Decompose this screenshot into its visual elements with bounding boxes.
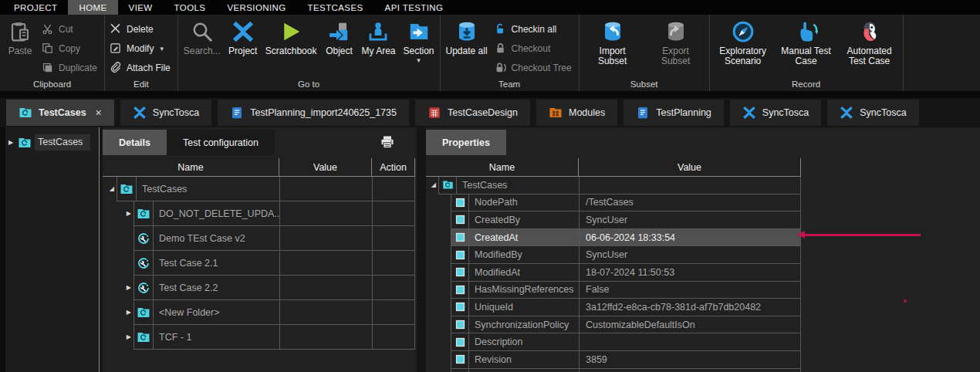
checkout-tree-button[interactable]: Checkout Tree: [492, 58, 576, 77]
property-name: TestCases: [457, 177, 579, 194]
group-label-subset: Subset: [582, 79, 707, 91]
section-button[interactable]: Section▾: [400, 16, 437, 63]
tree-row-do-not-delete-upda[interactable]: ▶DO_NOT_DELETE_UPDA...: [103, 201, 415, 226]
menu-item-view[interactable]: VIEW: [118, 0, 164, 15]
copy-button[interactable]: Copy: [39, 39, 102, 58]
property-row-description[interactable]: Description: [426, 333, 801, 351]
menu-item-project[interactable]: PROJECT: [3, 0, 68, 15]
property-row-createdby[interactable]: CreatedBySyncUser: [426, 211, 801, 229]
expander-icon[interactable]: ▶: [127, 211, 131, 217]
menu-item-home[interactable]: HOME: [68, 0, 117, 15]
expander-icon[interactable]: ▶: [127, 309, 131, 316]
expander-icon[interactable]: ▶: [5, 140, 16, 146]
import-subset-button[interactable]: Import Subset: [582, 16, 644, 66]
tree-row-new-folder[interactable]: ▶<New Folder>: [103, 300, 415, 325]
testcase-icon: [137, 281, 150, 295]
property-row-uniqueid[interactable]: UniqueId3a12ffd2-e8ca-cb78-381d-af7b7db2…: [426, 299, 801, 316]
modify-icon: [109, 42, 122, 55]
prop-square-icon: [455, 301, 466, 313]
checkout-button[interactable]: Checkout: [492, 39, 576, 58]
section-icon: [407, 20, 431, 43]
checkin-all-button[interactable]: Checkin all: [492, 19, 576, 39]
property-name: SynchronizationPolicy: [469, 316, 579, 334]
property-row-modifiedat[interactable]: ModifiedAt18-07-2024 11:50:53: [426, 264, 801, 282]
sidebar-item-testcases[interactable]: ▶TestCases: [5, 134, 99, 150]
doc-tab-testcasedesign-3[interactable]: TestCaseDesign: [415, 100, 530, 126]
update-all-button[interactable]: Update all: [443, 16, 491, 56]
modify-button[interactable]: Modify▾: [107, 39, 175, 58]
content-area: ▶TestCases Details Test configuration Na…: [0, 127, 980, 372]
menu-item-tools[interactable]: TOOLS: [164, 0, 217, 15]
menu-item-api-testing[interactable]: API TESTING: [374, 0, 455, 15]
tosca-icon: [840, 106, 853, 120]
tree-row-test-case-2-2[interactable]: ▶Test Case 2.2: [103, 276, 415, 300]
tab-details[interactable]: Details: [103, 130, 167, 155]
folder-cyan-icon: [137, 330, 150, 344]
tab-properties[interactable]: Properties: [426, 130, 506, 155]
property-name: Description: [469, 333, 579, 351]
tree-row-tcf-1[interactable]: ▶TCF - 1: [103, 325, 415, 350]
group-label-record: Record: [712, 79, 901, 91]
doc-tab-synctosca-7[interactable]: SyncTosca: [827, 100, 918, 126]
manual-icon: [795, 20, 818, 43]
doc-tab-synctosca-6[interactable]: SyncTosca: [730, 100, 821, 126]
tree-node-action: [372, 251, 415, 276]
folder-cyan-icon: [137, 207, 150, 221]
scratchbook-button[interactable]: Scratchbook: [262, 16, 320, 56]
property-name: Revision: [469, 351, 579, 369]
ribbon-group-record: Exploratory ScenarioManual Test CaseAuto…: [710, 15, 904, 91]
property-name: CreatedAt: [469, 229, 579, 247]
paste-button[interactable]: Paste: [2, 16, 38, 56]
tree-row-test-case-2-1[interactable]: Test Case 2.1: [103, 251, 415, 276]
tree-node-value: [279, 300, 372, 325]
cut-button[interactable]: Cut: [39, 19, 102, 39]
doc-tab-testplanning-5[interactable]: TestPlanning: [623, 100, 724, 126]
property-row-modifiedby[interactable]: ModifiedBySyncUser: [426, 246, 801, 264]
search-button[interactable]: Search...: [181, 16, 224, 56]
folder-cyan-icon: [137, 306, 150, 320]
properties-root-row[interactable]: ◢TestCases: [426, 177, 801, 194]
tab-test-configuration[interactable]: Test configuration: [167, 130, 275, 155]
doc-tab-testplanning-import240625-1735-2[interactable]: TestPlanning_import240625_1735: [218, 100, 409, 126]
doc-tab-modules-4[interactable]: Modules: [536, 100, 617, 126]
my-area-button[interactable]: My Area: [358, 16, 398, 56]
doc-blue-icon: [636, 106, 650, 120]
attach-file-button[interactable]: Attach File: [107, 58, 175, 77]
tab-close-icon[interactable]: ×: [96, 107, 102, 119]
tree-row-demo-test-case-v2[interactable]: Demo TEst Case v2: [103, 226, 415, 251]
expander-icon[interactable]: ◢: [431, 182, 436, 188]
lock-open-icon: [494, 22, 507, 36]
property-row-synchronizationpolicy[interactable]: SynchronizationPolicyCustomizableDefault…: [426, 316, 801, 334]
testcase-icon: [137, 232, 150, 245]
expander-icon[interactable]: ▶: [127, 334, 131, 340]
expander-icon[interactable]: ▶: [127, 285, 131, 291]
menu-item-versioning[interactable]: VERSIONING: [216, 0, 296, 15]
property-row-nodepath[interactable]: NodePath/TestCases: [426, 194, 801, 212]
column-header-value: Value: [279, 158, 371, 176]
delete-button[interactable]: Delete: [107, 19, 175, 39]
property-row-createdat[interactable]: CreatedAt06-06-2024 18:33:54: [426, 229, 801, 247]
folder-cyan-icon: [18, 136, 32, 150]
object-button[interactable]: Object: [321, 16, 357, 56]
manual-test-case-button[interactable]: Manual Test Case: [776, 16, 837, 66]
object-icon: [327, 20, 350, 43]
tree-node-name: TestCases: [137, 177, 279, 201]
sidebar-splitter[interactable]: [99, 127, 100, 372]
export-subset-button[interactable]: Export Subset: [645, 16, 707, 66]
project-button[interactable]: Project: [225, 16, 261, 56]
property-row-hasmissingreferences[interactable]: HasMissingReferencesFalse: [426, 282, 801, 299]
doc-tab-testcases-0[interactable]: TestCases×: [6, 100, 114, 126]
doc-tab-synctosca-1[interactable]: SyncTosca: [120, 100, 211, 126]
db-import-icon: [601, 20, 624, 43]
property-name: CreatedBy: [469, 211, 579, 229]
exploratory-scenario-button[interactable]: Exploratory Scenario: [712, 16, 774, 66]
menu-item-testcases[interactable]: TESTCASES: [297, 0, 374, 15]
expander-icon[interactable]: ◢: [110, 186, 114, 192]
tree-row-testcases[interactable]: ◢TestCases: [103, 177, 415, 201]
prop-square-icon: [455, 284, 466, 296]
property-row-revision[interactable]: Revision3859: [426, 351, 801, 369]
automated-test-case-button[interactable]: Automated Test Case: [839, 16, 901, 66]
duplicate-button[interactable]: Duplicate: [39, 58, 102, 77]
print-button[interactable]: [379, 134, 396, 150]
column-header-name: Name: [426, 158, 578, 176]
